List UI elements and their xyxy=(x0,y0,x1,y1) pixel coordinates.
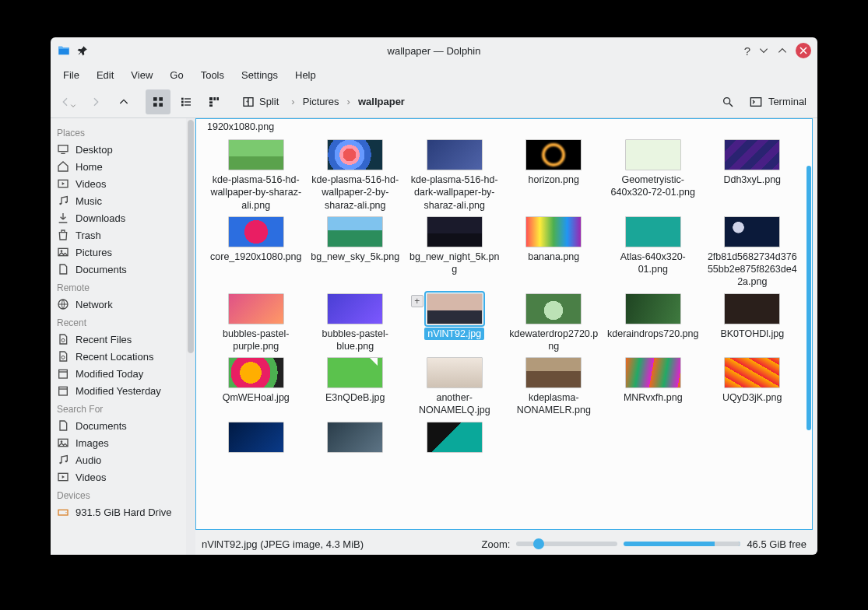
app-icon xyxy=(57,44,71,58)
file-item[interactable]: +nVlNT92.jpg xyxy=(406,292,504,355)
maximize-icon[interactable] xyxy=(777,45,788,56)
file-item[interactable]: kde-plasma-516-hd-dark-wallpaper-by-shar… xyxy=(406,138,504,213)
minimize-icon[interactable] xyxy=(758,45,769,56)
sidebar-item-label: Network xyxy=(76,299,113,310)
svg-rect-14 xyxy=(209,104,213,107)
sidebar-item-home[interactable]: Home xyxy=(51,158,186,175)
svg-rect-31 xyxy=(59,370,68,378)
svg-rect-12 xyxy=(216,97,219,100)
file-item[interactable]: banana.png xyxy=(505,215,603,290)
sidebar-item-modified-yesterday[interactable]: Modified Yesterday xyxy=(51,382,186,399)
file-item[interactable]: BK0TOHDl.jpg xyxy=(704,292,802,355)
zoom-slider[interactable] xyxy=(516,542,617,546)
document-icon xyxy=(57,419,69,432)
file-item[interactable]: core_1920x1080.png xyxy=(207,215,305,290)
file-label: another-NONAMELQ.jpg xyxy=(408,391,501,417)
file-item[interactable]: Atlas-640x320-01.png xyxy=(604,215,702,290)
menu-file[interactable]: File xyxy=(55,67,87,83)
file-thumbnail xyxy=(724,357,780,388)
svg-point-41 xyxy=(65,512,66,513)
sidebar-item-videos[interactable]: Videos xyxy=(51,468,186,486)
sidebar-item-label: Music xyxy=(76,195,102,207)
file-item[interactable]: another-NONAMELQ.jpg xyxy=(406,356,504,419)
sidebar-item-documents[interactable]: Documents xyxy=(51,261,186,278)
split-button[interactable]: + Split xyxy=(236,89,285,114)
file-grid[interactable]: kde-plasma-516-hd-wallpaper-by-sharaz-al… xyxy=(196,135,812,457)
file-item[interactable] xyxy=(307,420,405,454)
sidebar-header: Places xyxy=(51,123,186,141)
sidebar-item-downloads[interactable]: Downloads xyxy=(51,209,186,226)
sidebar-item-pictures[interactable]: Pictures xyxy=(51,244,186,261)
sidebar-item-images[interactable]: Images xyxy=(51,434,186,451)
up-button[interactable] xyxy=(111,89,136,114)
menu-edit[interactable]: Edit xyxy=(89,67,121,83)
file-item[interactable]: bubbles-pastel-blue.png xyxy=(307,292,405,355)
crumb-pictures[interactable]: Pictures xyxy=(301,94,341,109)
forward-button[interactable] xyxy=(83,89,108,114)
menu-help[interactable]: Help xyxy=(287,67,324,83)
terminal-button[interactable]: Terminal xyxy=(743,89,813,114)
close-button[interactable] xyxy=(796,43,811,58)
sidebar-item-music[interactable]: Music xyxy=(51,192,186,209)
pin-icon[interactable] xyxy=(77,45,88,56)
file-label: bg_new_sky_5k.png xyxy=(311,251,399,263)
content-scrollbar[interactable] xyxy=(804,135,812,529)
details-view-button[interactable] xyxy=(202,89,227,114)
back-button[interactable] xyxy=(55,89,80,114)
file-item[interactable] xyxy=(207,420,305,454)
file-item[interactable]: Geometryistic-640x320-72-01.png xyxy=(604,138,702,213)
file-item[interactable]: E3nQDeB.jpg xyxy=(307,356,405,419)
help-icon[interactable]: ? xyxy=(744,44,750,58)
sidebar-item-documents[interactable]: Documents xyxy=(51,417,186,434)
split-label: Split xyxy=(259,96,279,107)
file-thumbnail xyxy=(625,139,681,170)
file-label: kderaindrops720.png xyxy=(607,328,698,340)
places-panel: PlacesDesktopHomeVideosMusicDownloadsTra… xyxy=(51,118,186,555)
sidebar-item-videos[interactable]: Videos xyxy=(51,175,186,192)
icon-view-button[interactable] xyxy=(146,89,170,114)
file-item[interactable]: 2fb81d5682734d37655bb2e875f8263de42a.png xyxy=(704,215,802,290)
menu-settings[interactable]: Settings xyxy=(234,67,286,83)
file-thumbnail xyxy=(427,139,483,170)
sidebar-item-trash[interactable]: Trash xyxy=(51,226,186,244)
search-button[interactable] xyxy=(715,89,740,114)
crumb-wallpaper[interactable]: wallpaper xyxy=(357,94,406,109)
svg-rect-21 xyxy=(58,145,68,152)
svg-text:+: + xyxy=(246,99,249,104)
sidebar-item-recent-locations[interactable]: Recent Locations xyxy=(51,348,186,365)
menu-tools[interactable]: Tools xyxy=(193,67,232,83)
menu-view[interactable]: View xyxy=(123,67,160,83)
file-item[interactable]: kdeplasma-NONAMELR.png xyxy=(505,356,603,419)
sidebar-item-recent-files[interactable]: Recent Files xyxy=(51,331,186,348)
file-item[interactable]: kdewaterdrop2720.png xyxy=(505,292,603,355)
menubar: FileEditViewGoToolsSettingsHelp xyxy=(51,64,817,86)
file-item[interactable]: Ddh3xyL.png xyxy=(704,138,802,213)
compact-view-button[interactable] xyxy=(174,89,199,114)
sidebar-item-label: Downloads xyxy=(76,212,125,224)
sidebar-item-audio[interactable]: Audio xyxy=(51,451,186,468)
sidebar-item-modified-today[interactable]: Modified Today xyxy=(51,365,186,382)
sidebar-item-label: Trash xyxy=(76,230,101,241)
sidebar-scrollbar[interactable] xyxy=(186,118,195,555)
file-item[interactable]: horizon.png xyxy=(505,138,603,213)
file-item[interactable]: kde-plasma-516-hd-wallpaper-2-by-sharaz-… xyxy=(307,138,405,213)
selection-plus-icon[interactable]: + xyxy=(411,295,423,307)
file-item[interactable]: bg_new_night_5k.png xyxy=(406,215,504,290)
sidebar-item-network[interactable]: Network xyxy=(51,296,186,313)
file-item[interactable]: UQyD3jK.png xyxy=(704,356,802,419)
menu-go[interactable]: Go xyxy=(162,67,191,83)
window-title: wallpaper — Dolphin xyxy=(150,45,718,57)
file-item[interactable]: QmWEHoal.jpg xyxy=(207,356,305,419)
svg-rect-1 xyxy=(159,97,163,101)
file-item[interactable] xyxy=(406,420,504,454)
file-item[interactable]: kderaindrops720.png xyxy=(604,292,702,355)
sidebar-item-931-5-gib-hard-drive[interactable]: 931.5 GiB Hard Drive xyxy=(51,503,186,521)
file-item[interactable]: kde-plasma-516-hd-wallpaper-by-sharaz-al… xyxy=(207,138,305,213)
sidebar-item-label: Audio xyxy=(76,454,101,466)
sidebar-item-label: Recent Locations xyxy=(76,351,153,363)
file-item[interactable]: bubbles-pastel-purple.png xyxy=(207,292,305,355)
sidebar-item-desktop[interactable]: Desktop xyxy=(51,141,186,158)
breadcrumb[interactable]: › Pictures › wallpaper xyxy=(291,94,406,109)
file-item[interactable]: MNRvxfh.png xyxy=(604,356,702,419)
file-item[interactable]: bg_new_sky_5k.png xyxy=(307,215,405,290)
